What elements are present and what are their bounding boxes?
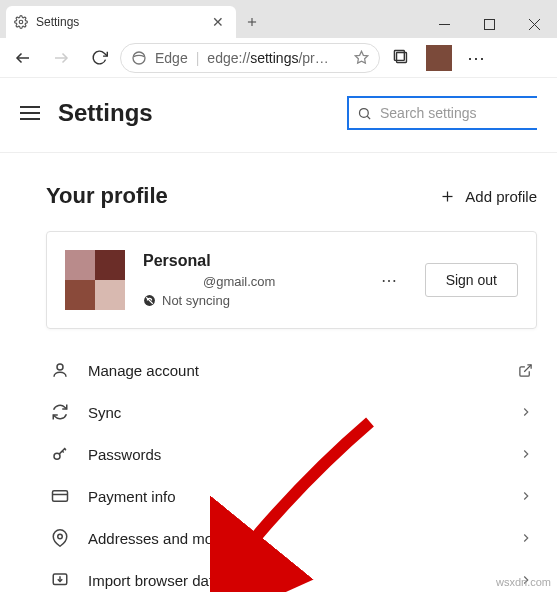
sync-status: Not syncing — [143, 293, 355, 308]
forward-button[interactable] — [44, 42, 78, 74]
edge-icon — [131, 50, 147, 66]
collections-button[interactable] — [384, 42, 418, 74]
menu-item-label: Payment info — [88, 488, 501, 505]
chevron-right-icon — [519, 405, 533, 419]
window-titlebar: Settings ✕ — [0, 0, 557, 38]
svg-point-21 — [54, 453, 60, 459]
sync-off-icon — [143, 294, 156, 307]
svg-rect-22 — [53, 491, 68, 502]
profile-menu: Manage accountSyncPasswordsPayment infoA… — [46, 349, 537, 592]
profile-section-header: Your profile Add profile — [46, 183, 537, 209]
plus-icon — [440, 189, 455, 204]
search-icon — [357, 106, 372, 121]
chevron-right-icon — [519, 531, 533, 545]
refresh-button[interactable] — [82, 42, 116, 74]
gear-icon — [14, 15, 28, 29]
search-input[interactable] — [380, 105, 529, 121]
person-icon — [50, 361, 70, 379]
profile-name: Personal — [143, 252, 355, 270]
svg-point-19 — [57, 364, 63, 370]
chevron-right-icon — [519, 447, 533, 461]
add-profile-button[interactable]: Add profile — [440, 188, 537, 205]
sync-icon — [50, 403, 70, 421]
profile-email: @gmail.com — [203, 274, 355, 289]
svg-point-13 — [360, 108, 369, 117]
address-separator: | — [196, 50, 200, 66]
svg-point-24 — [58, 534, 63, 539]
pin-icon — [50, 529, 70, 547]
new-tab-button[interactable] — [236, 6, 268, 38]
chevron-right-icon — [519, 489, 533, 503]
svg-rect-4 — [485, 19, 495, 29]
import-icon — [50, 571, 70, 589]
minimize-button[interactable] — [422, 10, 467, 38]
profile-more-button[interactable]: ⋯ — [373, 271, 407, 290]
menu-item-label: Addresses and more — [88, 530, 501, 547]
favorite-icon[interactable] — [354, 50, 369, 65]
menu-item-manage-account[interactable]: Manage account — [46, 349, 537, 391]
svg-point-0 — [19, 20, 23, 24]
avatar — [65, 250, 125, 310]
maximize-button[interactable] — [467, 10, 512, 38]
profile-button[interactable] — [426, 45, 452, 71]
svg-point-9 — [133, 52, 145, 64]
browser-tab[interactable]: Settings ✕ — [6, 6, 236, 38]
sign-out-button[interactable]: Sign out — [425, 263, 518, 297]
menu-item-import-browser-data[interactable]: Import browser data — [46, 559, 537, 592]
card-icon — [50, 487, 70, 505]
tab-strip: Settings ✕ — [0, 0, 422, 38]
key-icon — [50, 445, 70, 463]
menu-item-addresses-and-more[interactable]: Addresses and more — [46, 517, 537, 559]
window-controls — [422, 10, 557, 38]
content-area: Your profile Add profile Personal @gmail… — [0, 153, 557, 592]
settings-header: Settings — [0, 78, 557, 153]
menu-item-passwords[interactable]: Passwords — [46, 433, 537, 475]
more-button[interactable]: ⋯ — [460, 42, 494, 74]
watermark: wsxdn.com — [496, 576, 551, 588]
external-link-icon — [518, 363, 533, 378]
menu-item-sync[interactable]: Sync — [46, 391, 537, 433]
menu-item-label: Sync — [88, 404, 501, 421]
profile-info: Personal @gmail.com Not syncing — [143, 252, 355, 308]
menu-button[interactable] — [20, 106, 40, 120]
svg-line-14 — [367, 116, 370, 119]
profile-card: Personal @gmail.com Not syncing ⋯ Sign o… — [46, 231, 537, 329]
menu-item-label: Passwords — [88, 446, 501, 463]
edge-label: Edge — [155, 50, 188, 66]
menu-item-label: Import browser data — [88, 572, 501, 589]
page-title: Settings — [58, 99, 153, 127]
svg-line-20 — [524, 364, 531, 371]
search-settings-box[interactable] — [347, 96, 537, 130]
address-url: edge://settings/pr… — [207, 50, 346, 66]
address-bar[interactable]: Edge | edge://settings/pr… — [120, 43, 380, 73]
menu-item-label: Manage account — [88, 362, 500, 379]
close-window-button[interactable] — [512, 10, 557, 38]
tab-close-button[interactable]: ✕ — [208, 12, 228, 32]
back-button[interactable] — [6, 42, 40, 74]
add-profile-label: Add profile — [465, 188, 537, 205]
tab-title: Settings — [36, 15, 79, 29]
browser-toolbar: Edge | edge://settings/pr… ⋯ — [0, 38, 557, 78]
section-heading: Your profile — [46, 183, 168, 209]
svg-marker-10 — [355, 51, 368, 63]
menu-item-payment-info[interactable]: Payment info — [46, 475, 537, 517]
